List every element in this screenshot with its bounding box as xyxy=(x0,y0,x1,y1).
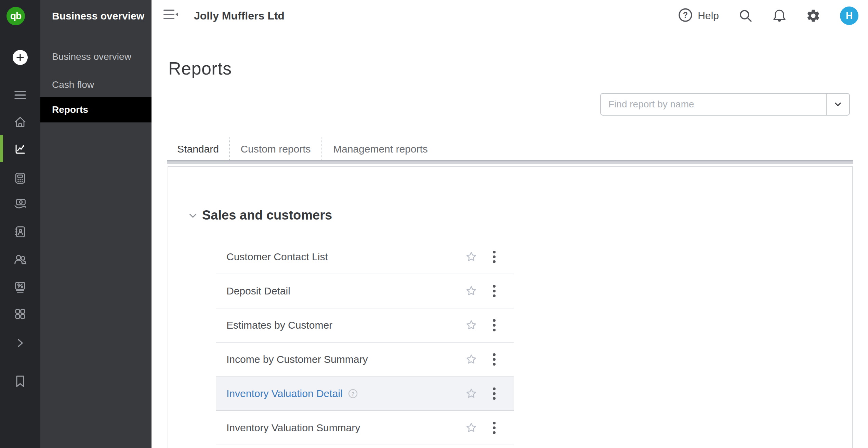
qb-logo-icon[interactable]: qb xyxy=(6,7,25,25)
reports-card: Sales and customers Customer Contact Lis… xyxy=(168,166,853,448)
report-row: Payment Method List xyxy=(216,445,514,448)
row-menu-button[interactable] xyxy=(492,387,496,400)
row-menu-button[interactable] xyxy=(492,421,496,435)
favorite-star-button[interactable] xyxy=(465,353,477,366)
favorite-star-button[interactable] xyxy=(465,285,477,297)
contacts-book-icon[interactable] xyxy=(12,224,28,240)
apps-grid-icon[interactable] xyxy=(12,306,28,322)
help-icon: ? xyxy=(678,8,693,24)
plus-icon[interactable] xyxy=(13,50,28,65)
chevron-right-icon[interactable] xyxy=(12,335,28,351)
search-icon[interactable] xyxy=(738,8,753,23)
calculator-icon[interactable] xyxy=(12,170,28,186)
tab-custom-reports[interactable]: Custom reports xyxy=(229,137,322,161)
row-menu-button[interactable] xyxy=(492,353,496,366)
topbar-actions: ? Help H xyxy=(678,0,858,31)
report-link[interactable]: Income by Customer Summary xyxy=(226,354,368,365)
report-list: Customer Contact List Deposit Detail Est… xyxy=(216,240,514,448)
customers-icon[interactable] xyxy=(12,251,28,268)
report-link[interactable]: Inventory Valuation Detail xyxy=(226,388,343,399)
company-name: Jolly Mufflers Ltd xyxy=(194,10,285,22)
nav-panel: Business overview Business overview Cash… xyxy=(40,0,152,448)
row-menu-button[interactable] xyxy=(492,318,496,332)
svg-text:?: ? xyxy=(683,11,688,19)
nav-item-business-overview[interactable]: Business overview xyxy=(40,46,152,68)
report-row: Estimates by Customer xyxy=(216,308,514,343)
find-report-dropdown-button[interactable] xyxy=(826,94,849,115)
bell-icon[interactable] xyxy=(772,8,787,23)
main-content: Reports Standard Custom reports Manageme… xyxy=(152,31,868,448)
chart-icon[interactable] xyxy=(12,141,28,157)
row-menu-button[interactable] xyxy=(492,250,496,264)
row-menu-button[interactable] xyxy=(492,284,496,298)
question-icon[interactable]: ? xyxy=(348,389,358,398)
nav-panel-title: Business overview xyxy=(52,10,144,22)
expenses-icon[interactable] xyxy=(12,196,28,212)
active-nav-indicator xyxy=(0,135,3,162)
report-tabs: Standard Custom reports Management repor… xyxy=(167,133,853,161)
help-button[interactable]: ? Help xyxy=(678,8,719,24)
favorite-star-button[interactable] xyxy=(465,319,477,331)
report-link[interactable]: Deposit Detail xyxy=(226,285,290,297)
bookmark-icon[interactable] xyxy=(12,373,28,390)
tabbar-divider xyxy=(167,160,853,164)
tab-management-reports[interactable]: Management reports xyxy=(322,137,448,161)
report-row: Inventory Valuation Summary xyxy=(216,411,514,445)
favorite-star-button[interactable] xyxy=(465,387,477,400)
chevron-down-icon xyxy=(833,100,842,109)
report-link[interactable]: Customer Contact List xyxy=(226,251,328,263)
home-icon[interactable] xyxy=(12,114,28,130)
topbar: Jolly Mufflers Ltd ? Help H xyxy=(152,0,868,31)
find-report-box xyxy=(600,93,850,116)
nav-item-reports[interactable]: Reports xyxy=(40,97,152,122)
collapse-sidebar-icon[interactable] xyxy=(163,8,179,23)
taxes-icon[interactable] xyxy=(12,279,28,295)
favorite-star-button[interactable] xyxy=(465,251,477,263)
icon-rail: qb xyxy=(0,0,40,448)
report-row: Inventory Valuation Detail ? xyxy=(216,377,514,411)
page-title: Reports xyxy=(168,58,232,79)
gear-icon[interactable] xyxy=(806,8,821,23)
svg-text:?: ? xyxy=(351,391,354,396)
report-link[interactable]: Inventory Valuation Summary xyxy=(226,422,360,434)
menu-icon[interactable] xyxy=(12,87,28,103)
help-label: Help xyxy=(698,10,719,22)
report-row: Income by Customer Summary xyxy=(216,343,514,377)
favorite-star-button[interactable] xyxy=(465,422,477,434)
nav-item-cash-flow[interactable]: Cash flow xyxy=(40,74,152,96)
section-title: Sales and customers xyxy=(202,208,332,223)
find-report-input[interactable] xyxy=(601,94,826,115)
report-link[interactable]: Estimates by Customer xyxy=(226,319,332,331)
chevron-down-icon xyxy=(188,210,198,221)
section-sales-and-customers[interactable]: Sales and customers xyxy=(188,208,332,223)
tab-standard[interactable]: Standard xyxy=(167,137,229,161)
avatar[interactable]: H xyxy=(840,6,858,25)
report-row: Customer Contact List xyxy=(216,240,514,274)
report-row: Deposit Detail xyxy=(216,274,514,308)
